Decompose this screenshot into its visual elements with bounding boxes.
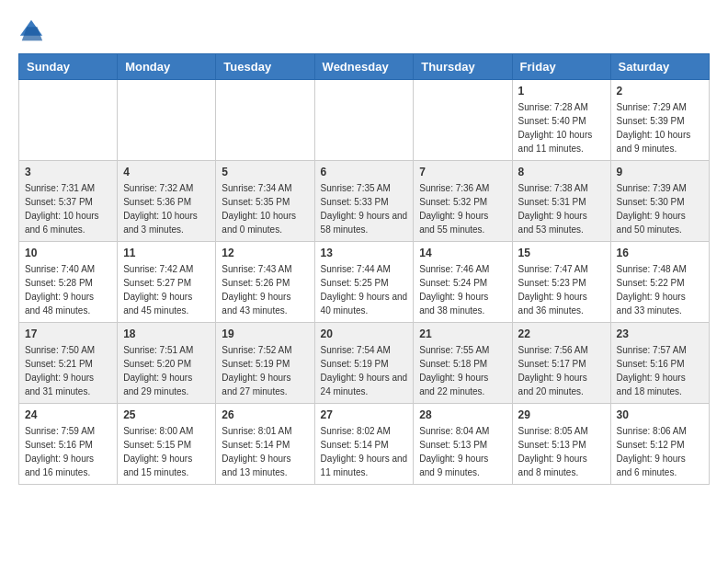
day-number: 17 bbox=[25, 327, 111, 340]
day-number: 27 bbox=[321, 408, 408, 421]
day-info: Sunrise: 7:31 AMSunset: 5:37 PMDaylight:… bbox=[25, 181, 111, 236]
day-info: Sunrise: 7:40 AMSunset: 5:28 PMDaylight:… bbox=[25, 262, 111, 317]
calendar-day-cell: 28Sunrise: 8:04 AMSunset: 5:13 PMDayligh… bbox=[414, 404, 512, 485]
day-info: Sunrise: 7:38 AMSunset: 5:31 PMDaylight:… bbox=[518, 181, 605, 236]
calendar-weekday-header: Wednesday bbox=[314, 54, 414, 80]
calendar-day-cell: 4Sunrise: 7:32 AMSunset: 5:36 PMDaylight… bbox=[118, 161, 216, 242]
calendar-day-cell: 12Sunrise: 7:43 AMSunset: 5:26 PMDayligh… bbox=[216, 242, 314, 323]
day-info: Sunrise: 7:43 AMSunset: 5:26 PMDaylight:… bbox=[222, 262, 308, 317]
calendar-day-cell: 26Sunrise: 8:01 AMSunset: 5:14 PMDayligh… bbox=[216, 404, 314, 485]
day-info: Sunrise: 7:36 AMSunset: 5:32 PMDaylight:… bbox=[419, 181, 506, 236]
day-info: Sunrise: 8:00 AMSunset: 5:15 PMDaylight:… bbox=[123, 424, 210, 479]
calendar-day-cell: 7Sunrise: 7:36 AMSunset: 5:32 PMDaylight… bbox=[414, 161, 512, 242]
day-number: 20 bbox=[321, 327, 408, 340]
calendar-day-cell bbox=[216, 80, 314, 161]
day-number: 15 bbox=[518, 247, 605, 259]
day-info: Sunrise: 7:28 AMSunset: 5:40 PMDaylight:… bbox=[518, 100, 605, 155]
calendar-day-cell: 22Sunrise: 7:56 AMSunset: 5:17 PMDayligh… bbox=[512, 323, 610, 404]
calendar-body: 1Sunrise: 7:28 AMSunset: 5:40 PMDaylight… bbox=[19, 80, 710, 485]
calendar-day-cell: 20Sunrise: 7:54 AMSunset: 5:19 PMDayligh… bbox=[314, 323, 414, 404]
day-number: 10 bbox=[25, 247, 111, 259]
day-number: 26 bbox=[222, 408, 308, 421]
calendar-day-cell: 2Sunrise: 7:29 AMSunset: 5:39 PMDaylight… bbox=[610, 80, 709, 161]
day-info: Sunrise: 8:02 AMSunset: 5:14 PMDaylight:… bbox=[321, 424, 408, 479]
day-number: 29 bbox=[518, 408, 605, 421]
day-info: Sunrise: 7:29 AMSunset: 5:39 PMDaylight:… bbox=[617, 100, 703, 155]
calendar-day-cell: 6Sunrise: 7:35 AMSunset: 5:33 PMDaylight… bbox=[314, 161, 414, 242]
day-number: 7 bbox=[419, 166, 506, 178]
calendar-weekday-header: Friday bbox=[512, 54, 610, 80]
day-info: Sunrise: 7:42 AMSunset: 5:27 PMDaylight:… bbox=[123, 262, 210, 317]
calendar-day-cell: 3Sunrise: 7:31 AMSunset: 5:37 PMDaylight… bbox=[19, 161, 118, 242]
day-info: Sunrise: 7:56 AMSunset: 5:17 PMDaylight:… bbox=[518, 343, 605, 398]
day-info: Sunrise: 7:51 AMSunset: 5:20 PMDaylight:… bbox=[123, 343, 210, 398]
day-number: 2 bbox=[617, 85, 703, 98]
calendar-header-row: SundayMondayTuesdayWednesdayThursdayFrid… bbox=[19, 54, 710, 80]
calendar-day-cell: 13Sunrise: 7:44 AMSunset: 5:25 PMDayligh… bbox=[314, 242, 414, 323]
day-number: 9 bbox=[617, 166, 703, 178]
calendar-day-cell: 10Sunrise: 7:40 AMSunset: 5:28 PMDayligh… bbox=[19, 242, 118, 323]
calendar-weekday-header: Tuesday bbox=[216, 54, 314, 80]
calendar-weekday-header: Monday bbox=[118, 54, 216, 80]
calendar-day-cell: 27Sunrise: 8:02 AMSunset: 5:14 PMDayligh… bbox=[314, 404, 414, 485]
calendar-weekday-header: Thursday bbox=[414, 54, 512, 80]
day-number: 3 bbox=[25, 166, 111, 178]
day-number: 30 bbox=[617, 408, 703, 421]
calendar-day-cell: 23Sunrise: 7:57 AMSunset: 5:16 PMDayligh… bbox=[610, 323, 709, 404]
day-number: 12 bbox=[222, 247, 308, 259]
day-number: 13 bbox=[321, 247, 408, 259]
day-number: 18 bbox=[123, 327, 210, 340]
day-number: 5 bbox=[222, 166, 308, 178]
calendar-day-cell: 11Sunrise: 7:42 AMSunset: 5:27 PMDayligh… bbox=[118, 242, 216, 323]
calendar-week-row: 3Sunrise: 7:31 AMSunset: 5:37 PMDaylight… bbox=[19, 161, 710, 242]
day-number: 23 bbox=[617, 327, 703, 340]
calendar-day-cell: 24Sunrise: 7:59 AMSunset: 5:16 PMDayligh… bbox=[19, 404, 118, 485]
day-info: Sunrise: 8:05 AMSunset: 5:13 PMDaylight:… bbox=[518, 424, 605, 479]
day-info: Sunrise: 7:39 AMSunset: 5:30 PMDaylight:… bbox=[617, 181, 703, 236]
calendar-day-cell bbox=[314, 80, 414, 161]
calendar-day-cell: 8Sunrise: 7:38 AMSunset: 5:31 PMDaylight… bbox=[512, 161, 610, 242]
day-info: Sunrise: 7:54 AMSunset: 5:19 PMDaylight:… bbox=[321, 343, 408, 398]
day-info: Sunrise: 8:06 AMSunset: 5:12 PMDaylight:… bbox=[617, 424, 703, 479]
calendar-week-row: 1Sunrise: 7:28 AMSunset: 5:40 PMDaylight… bbox=[19, 80, 710, 161]
calendar-day-cell: 18Sunrise: 7:51 AMSunset: 5:20 PMDayligh… bbox=[118, 323, 216, 404]
calendar-weekday-header: Saturday bbox=[610, 54, 709, 80]
page-header bbox=[18, 18, 710, 44]
day-info: Sunrise: 7:44 AMSunset: 5:25 PMDaylight:… bbox=[321, 262, 408, 317]
day-number: 24 bbox=[25, 408, 111, 421]
day-number: 19 bbox=[222, 327, 308, 340]
calendar-day-cell: 9Sunrise: 7:39 AMSunset: 5:30 PMDaylight… bbox=[610, 161, 709, 242]
calendar-day-cell: 17Sunrise: 7:50 AMSunset: 5:21 PMDayligh… bbox=[19, 323, 118, 404]
calendar-day-cell: 5Sunrise: 7:34 AMSunset: 5:35 PMDaylight… bbox=[216, 161, 314, 242]
day-number: 21 bbox=[419, 327, 506, 340]
day-number: 11 bbox=[123, 247, 210, 259]
day-info: Sunrise: 7:59 AMSunset: 5:16 PMDaylight:… bbox=[25, 424, 111, 479]
day-info: Sunrise: 8:04 AMSunset: 5:13 PMDaylight:… bbox=[419, 424, 506, 479]
calendar-weekday-header: Sunday bbox=[19, 54, 118, 80]
logo-icon bbox=[18, 18, 44, 44]
day-info: Sunrise: 7:57 AMSunset: 5:16 PMDaylight:… bbox=[617, 343, 703, 398]
calendar-day-cell bbox=[19, 80, 118, 161]
day-info: Sunrise: 7:35 AMSunset: 5:33 PMDaylight:… bbox=[321, 181, 408, 236]
calendar-day-cell: 21Sunrise: 7:55 AMSunset: 5:18 PMDayligh… bbox=[414, 323, 512, 404]
day-number: 1 bbox=[518, 85, 605, 98]
day-number: 8 bbox=[518, 166, 605, 178]
day-info: Sunrise: 7:34 AMSunset: 5:35 PMDaylight:… bbox=[222, 181, 308, 236]
day-info: Sunrise: 7:46 AMSunset: 5:24 PMDaylight:… bbox=[419, 262, 506, 317]
calendar-week-row: 17Sunrise: 7:50 AMSunset: 5:21 PMDayligh… bbox=[19, 323, 710, 404]
calendar-day-cell: 14Sunrise: 7:46 AMSunset: 5:24 PMDayligh… bbox=[414, 242, 512, 323]
calendar-day-cell: 30Sunrise: 8:06 AMSunset: 5:12 PMDayligh… bbox=[610, 404, 709, 485]
day-number: 28 bbox=[419, 408, 506, 421]
day-info: Sunrise: 7:52 AMSunset: 5:19 PMDaylight:… bbox=[222, 343, 308, 398]
day-info: Sunrise: 7:55 AMSunset: 5:18 PMDaylight:… bbox=[419, 343, 506, 398]
day-number: 16 bbox=[617, 247, 703, 259]
day-info: Sunrise: 7:32 AMSunset: 5:36 PMDaylight:… bbox=[123, 181, 210, 236]
day-number: 4 bbox=[123, 166, 210, 178]
calendar-day-cell bbox=[414, 80, 512, 161]
day-info: Sunrise: 7:48 AMSunset: 5:22 PMDaylight:… bbox=[617, 262, 703, 317]
day-number: 25 bbox=[123, 408, 210, 421]
day-info: Sunrise: 7:50 AMSunset: 5:21 PMDaylight:… bbox=[25, 343, 111, 398]
calendar-week-row: 10Sunrise: 7:40 AMSunset: 5:28 PMDayligh… bbox=[19, 242, 710, 323]
logo bbox=[18, 18, 48, 44]
calendar-day-cell: 15Sunrise: 7:47 AMSunset: 5:23 PMDayligh… bbox=[512, 242, 610, 323]
